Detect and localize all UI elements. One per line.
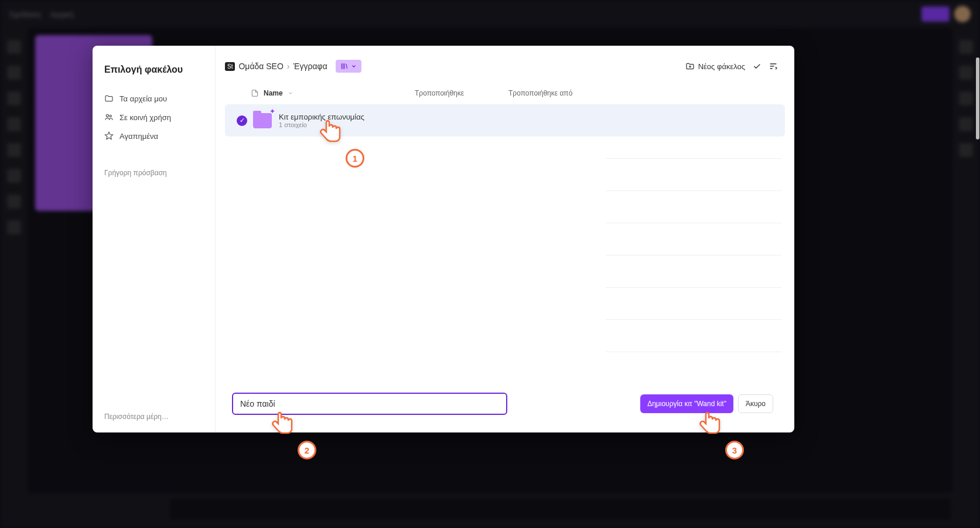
chevron-down-icon xyxy=(288,90,293,96)
row-subtitle: 1 στοιχείο xyxy=(279,121,364,128)
svg-point-1 xyxy=(110,115,111,117)
table-row[interactable]: ✦ Κιτ εμπορικής επωνυμίας 1 στοιχείο xyxy=(225,104,785,137)
team-chip: St xyxy=(225,62,235,71)
dialog-scrollbar[interactable] xyxy=(975,46,980,432)
col-modified-by-label[interactable]: Τροποποιήθηκε από xyxy=(508,89,614,97)
dialog-main: St Ομάδα SEO › Έγγραφα Νέος φάκελος xyxy=(216,46,794,432)
col-modified-label[interactable]: Τροποποιήθηκε xyxy=(415,89,508,97)
row-title: Κιτ εμπορικής επωνυμίας xyxy=(279,113,364,121)
star-icon xyxy=(104,131,114,141)
new-folder-label: Νέος φάκελος xyxy=(698,62,745,71)
quick-access-heading: Γρήγορη πρόσβαση xyxy=(104,169,203,177)
breadcrumb: St Ομάδα SEO › Έγγραφα xyxy=(225,60,361,73)
check-icon[interactable] xyxy=(752,62,762,71)
cancel-button[interactable]: Άκυρο xyxy=(738,394,773,413)
sidebar-item-shared[interactable]: Σε κοινή χρήση xyxy=(104,108,203,127)
kit-name-input[interactable] xyxy=(232,393,507,415)
row-selected-check-icon[interactable] xyxy=(237,115,247,126)
table-header: Name Τροποποιήθηκε Τροποποιήθηκε από xyxy=(223,82,787,104)
dialog-sidebar: Επιλογή φακέλου Τα αρχεία μου Σε κοινή χ… xyxy=(93,46,216,432)
books-icon xyxy=(340,62,349,70)
breadcrumb-team[interactable]: Ομάδα SEO xyxy=(238,62,283,71)
sidebar-label: Σε κοινή χρήση xyxy=(119,113,171,122)
library-filter-button[interactable] xyxy=(336,60,361,73)
header-actions: Νέος φάκελος xyxy=(685,62,778,71)
svg-point-0 xyxy=(106,114,108,117)
breadcrumb-folder[interactable]: Έγγραφα xyxy=(293,62,327,71)
sidebar-label: Αγαπημένα xyxy=(119,132,158,141)
people-icon xyxy=(104,113,114,122)
more-places-link[interactable]: Περισσότερα μέρη… xyxy=(104,413,203,421)
bg-bottombar xyxy=(0,493,980,528)
file-table: Name Τροποποιήθηκε Τροποποιήθηκε από ✦ Κ… xyxy=(223,82,787,384)
col-name-label[interactable]: Name xyxy=(264,89,283,97)
create-kit-button[interactable]: Δημιουργία κιτ "Wand kit" xyxy=(640,394,733,413)
folder-picker-dialog: Επιλογή φακέλου Τα αρχεία μου Σε κοινή χ… xyxy=(93,46,794,432)
sort-icon[interactable] xyxy=(769,62,778,71)
chevron-right-icon: › xyxy=(287,62,290,71)
sidebar-item-favorites[interactable]: Αγαπημένα xyxy=(104,127,203,145)
folder-plus-icon xyxy=(685,62,695,71)
folder-icon xyxy=(104,94,114,103)
new-folder-button[interactable]: Νέος φάκελος xyxy=(685,62,745,71)
sidebar-label: Τα αρχεία μου xyxy=(119,94,167,103)
bg-avatar xyxy=(954,6,971,22)
decorative-dividers xyxy=(606,158,781,384)
dialog-title: Επιλογή φακέλου xyxy=(104,64,203,75)
sidebar-item-my-files[interactable]: Τα αρχεία μου xyxy=(104,89,203,108)
bg-left-sidebar xyxy=(0,28,28,528)
sparkle-icon: ✦ xyxy=(269,107,275,115)
app-topbar: Σχεδίαση Αρχική xyxy=(0,0,980,28)
brand-folder-icon: ✦ xyxy=(253,113,272,128)
file-icon xyxy=(251,89,259,97)
bg-nav-design: Σχεδίαση xyxy=(9,10,41,19)
scrollbar-thumb[interactable] xyxy=(976,57,979,139)
dialog-footer: Δημιουργία κιτ "Wand kit" Άκυρο xyxy=(220,384,790,418)
bg-share-button xyxy=(921,6,950,22)
chevron-down-icon xyxy=(351,63,357,69)
dialog-header: St Ομάδα SEO › Έγγραφα Νέος φάκελος xyxy=(220,60,790,82)
bg-nav-home: Αρχική xyxy=(50,10,74,19)
